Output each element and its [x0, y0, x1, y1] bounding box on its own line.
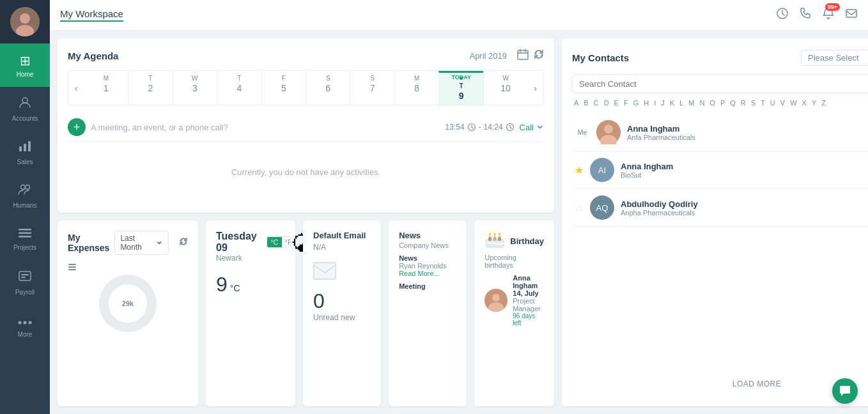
- alpha-X[interactable]: X: [800, 98, 809, 107]
- chat-button[interactable]: [832, 378, 858, 404]
- bell-icon[interactable]: 99+: [822, 7, 835, 23]
- alpha-J[interactable]: J: [659, 98, 667, 107]
- sidebar-item-sales[interactable]: Sales: [0, 130, 50, 174]
- cal-day-4[interactable]: T4: [217, 71, 261, 105]
- alpha-W[interactable]: W: [788, 98, 798, 107]
- user-avatar-container[interactable]: [0, 0, 50, 43]
- avatar: [10, 7, 40, 36]
- svg-rect-10: [19, 233, 31, 234]
- news-meeting: Meeting: [399, 282, 456, 290]
- contact-company-me: Anfa Pharmaceuticals: [627, 134, 868, 141]
- news-card: News Company News News Ryan Reynolds Rea…: [389, 220, 467, 406]
- sales-icon: [18, 139, 32, 156]
- contacts-header: My Contacts Please Select +: [572, 49, 868, 66]
- cal-day-10[interactable]: W10: [483, 71, 527, 105]
- home-icon: ⊞: [20, 53, 31, 68]
- alpha-L[interactable]: L: [678, 98, 685, 107]
- alpha-R[interactable]: R: [739, 98, 748, 107]
- alpha-O[interactable]: O: [708, 98, 717, 107]
- cal-day-2[interactable]: T2: [128, 71, 172, 105]
- alpha-F[interactable]: F: [622, 98, 630, 107]
- alpha-S[interactable]: S: [749, 98, 757, 107]
- alpha-P[interactable]: P: [718, 98, 727, 107]
- alpha-G[interactable]: G: [632, 98, 641, 107]
- contact-me-label: Me: [575, 128, 590, 136]
- alpha-A[interactable]: A: [572, 98, 580, 107]
- cal-day-5[interactable]: F5: [261, 71, 306, 105]
- star-icon-aq[interactable]: ☆: [575, 202, 584, 214]
- cal-day-6[interactable]: S6: [306, 71, 350, 105]
- content-area: My Agenda April 2019: [50, 31, 868, 414]
- alpha-C[interactable]: C: [592, 98, 601, 107]
- alpha-I[interactable]: I: [652, 98, 658, 107]
- contacts-panel: My Contacts Please Select + A: [562, 38, 868, 406]
- star-icon-ai[interactable]: ★: [575, 164, 584, 176]
- sidebar-label-projects: Projects: [13, 244, 36, 251]
- sidebar-label-sales: Sales: [17, 158, 33, 165]
- cal-prev[interactable]: ‹: [68, 78, 84, 98]
- contact-company-aq: Anpha Pharmaceuticals: [621, 209, 868, 217]
- celsius-btn[interactable]: °C: [267, 237, 281, 247]
- search-bar[interactable]: [572, 74, 868, 93]
- svg-point-8: [26, 185, 30, 190]
- phone-icon[interactable]: [799, 7, 812, 23]
- alpha-N[interactable]: N: [697, 98, 706, 107]
- email-new-label: new: [341, 313, 355, 322]
- cal-day-9-today[interactable]: TODAY T 9: [438, 71, 483, 105]
- svg-rect-30: [498, 237, 501, 241]
- alpha-Q[interactable]: Q: [728, 98, 738, 107]
- alpha-U[interactable]: U: [768, 98, 777, 107]
- load-more-button[interactable]: LOAD MORE: [572, 372, 868, 396]
- call-select[interactable]: Call: [520, 123, 544, 132]
- alpha-T[interactable]: T: [759, 98, 767, 107]
- sidebar-item-payroll[interactable]: Payroll: [0, 261, 50, 304]
- cal-next[interactable]: ›: [527, 78, 543, 98]
- birthday-days-left: 96 days left: [513, 312, 544, 326]
- expenses-refresh-icon[interactable]: [179, 237, 188, 249]
- sidebar-item-more[interactable]: More: [0, 304, 50, 348]
- svg-rect-26: [314, 263, 336, 279]
- alpha-M[interactable]: M: [686, 98, 696, 107]
- alpha-B[interactable]: B: [582, 98, 590, 107]
- alpha-E[interactable]: E: [612, 98, 621, 107]
- cal-day-7[interactable]: S7: [350, 71, 394, 105]
- cal-day-1[interactable]: M1: [84, 71, 128, 105]
- agenda-date: April 2019: [469, 51, 507, 61]
- sidebar-label-home: Home: [17, 71, 34, 78]
- contacts-select-dropdown[interactable]: Please Select: [801, 50, 868, 66]
- news-read-more[interactable]: Read More...: [399, 270, 440, 277]
- fahrenheit-btn[interactable]: °F: [282, 237, 291, 247]
- email-card: Default Email N/A 0 Unread new: [303, 220, 381, 406]
- history-icon[interactable]: [776, 7, 789, 23]
- expenses-period-dropdown[interactable]: Last Month: [114, 231, 169, 255]
- search-input[interactable]: [579, 79, 868, 89]
- cal-day-8[interactable]: M8: [394, 71, 438, 105]
- sidebar-item-projects[interactable]: Projects: [0, 217, 50, 261]
- calendar-icon[interactable]: [517, 49, 529, 63]
- sidebar-label-more: More: [18, 331, 33, 338]
- svg-point-32: [494, 233, 496, 235]
- sidebar-item-accounts[interactable]: Accounts: [0, 87, 50, 130]
- contact-info-ai: Anna Ingham BioSut: [621, 162, 868, 179]
- sidebar-item-home[interactable]: ⊞ Home: [0, 43, 50, 87]
- email-unread-label: Unread: [313, 313, 338, 322]
- alpha-V[interactable]: V: [779, 98, 787, 107]
- birthday-person: Anna Ingham 14, July Project Manager 96 …: [484, 274, 544, 326]
- email-envelope-icon: [313, 262, 371, 284]
- alpha-Z[interactable]: Z: [819, 98, 828, 107]
- alpha-K[interactable]: K: [668, 98, 676, 107]
- mail-icon[interactable]: [845, 7, 858, 23]
- alpha-D[interactable]: D: [602, 98, 611, 107]
- sidebar-item-humans[interactable]: Humans: [0, 174, 50, 217]
- add-activity-button[interactable]: +: [68, 118, 86, 136]
- birthday-subtitle: Upcoming birthdays: [484, 254, 544, 269]
- contact-avatar-aq: AQ: [590, 195, 614, 220]
- accounts-icon: [18, 95, 32, 112]
- cal-day-3[interactable]: W3: [173, 71, 217, 105]
- news-title: News: [399, 231, 456, 240]
- alpha-H[interactable]: H: [642, 98, 651, 107]
- refresh-icon[interactable]: [534, 49, 544, 62]
- contact-list: Me Anna Ingham Anfa Pharmaceuticals ★: [572, 114, 868, 372]
- alpha-Y[interactable]: Y: [810, 98, 818, 107]
- activity-placeholder[interactable]: A meeting, an event, or a phone call?: [91, 123, 440, 132]
